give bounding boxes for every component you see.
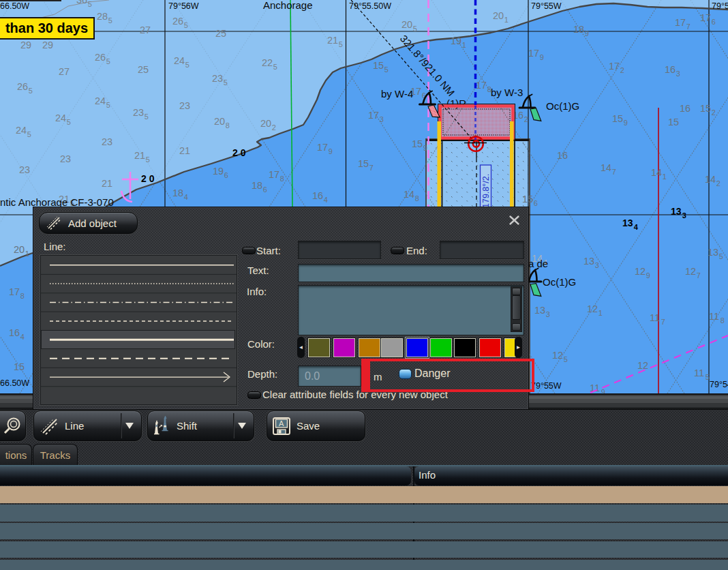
svg-text:17: 17 bbox=[476, 80, 487, 91]
svg-text:9: 9 bbox=[601, 388, 605, 394]
svg-text:3: 3 bbox=[546, 310, 550, 318]
svg-text:17: 17 bbox=[368, 110, 379, 121]
svg-text:1: 1 bbox=[504, 16, 509, 24]
svg-text:3: 3 bbox=[380, 115, 384, 123]
svg-text:8: 8 bbox=[226, 121, 230, 130]
svg-text:7: 7 bbox=[369, 164, 374, 172]
svg-text:24: 24 bbox=[174, 55, 185, 66]
svg-text:5: 5 bbox=[184, 21, 188, 29]
svg-text:5: 5 bbox=[384, 65, 389, 74]
svg-text:23: 23 bbox=[60, 153, 71, 164]
svg-text:17: 17 bbox=[269, 169, 279, 180]
svg-text:23: 23 bbox=[19, 164, 30, 175]
svg-text:5: 5 bbox=[27, 130, 31, 138]
svg-text:9: 9 bbox=[624, 119, 628, 127]
svg-text:by W-4: by W-4 bbox=[381, 88, 413, 100]
svg-text:Oc(1)G: Oc(1)G bbox=[546, 100, 579, 112]
svg-text:11: 11 bbox=[694, 368, 704, 378]
svg-text:15: 15 bbox=[14, 361, 25, 372]
svg-text:15: 15 bbox=[700, 103, 711, 114]
svg-text:8: 8 bbox=[415, 194, 419, 202]
svg-text:3: 3 bbox=[595, 261, 599, 269]
svg-text:6: 6 bbox=[224, 171, 228, 179]
svg-text:19: 19 bbox=[451, 35, 461, 46]
svg-text:12: 12 bbox=[587, 303, 598, 314]
svg-text:5: 5 bbox=[413, 25, 417, 33]
svg-text:17: 17 bbox=[700, 12, 711, 23]
svg-text:1: 1 bbox=[663, 172, 667, 181]
svg-text:5: 5 bbox=[146, 155, 150, 164]
svg-text:5: 5 bbox=[185, 61, 189, 69]
svg-text:21: 21 bbox=[134, 150, 145, 161]
svg-text:5: 5 bbox=[145, 112, 149, 121]
svg-text:8: 8 bbox=[20, 292, 25, 300]
svg-text:4: 4 bbox=[184, 193, 188, 201]
svg-text:by W-3: by W-3 bbox=[491, 87, 523, 98]
svg-text:79°56W: 79°56W bbox=[168, 1, 199, 11]
svg-text:5: 5 bbox=[108, 16, 112, 25]
svg-text:15: 15 bbox=[373, 60, 384, 71]
svg-text:1: 1 bbox=[598, 309, 603, 317]
svg-text:14: 14 bbox=[705, 174, 716, 185]
svg-text:14: 14 bbox=[601, 162, 611, 173]
svg-text:4: 4 bbox=[634, 223, 639, 231]
svg-text:20: 20 bbox=[493, 10, 504, 21]
svg-text:7: 7 bbox=[612, 168, 616, 176]
svg-text:17: 17 bbox=[9, 286, 20, 297]
svg-text:13: 13 bbox=[583, 256, 594, 267]
svg-text:28: 28 bbox=[97, 11, 108, 22]
svg-text:22: 22 bbox=[262, 57, 273, 68]
svg-text:12: 12 bbox=[552, 350, 563, 361]
svg-text:11: 11 bbox=[709, 311, 719, 322]
svg-text:5: 5 bbox=[719, 252, 723, 260]
svg-text:3: 3 bbox=[682, 211, 686, 220]
svg-text:18: 18 bbox=[252, 180, 262, 191]
svg-text:27: 27 bbox=[59, 66, 70, 77]
svg-text:5: 5 bbox=[224, 78, 228, 87]
svg-text:5: 5 bbox=[88, 0, 92, 8]
svg-text:18: 18 bbox=[573, 24, 584, 35]
svg-text:2: 2 bbox=[524, 115, 528, 123]
svg-text:4: 4 bbox=[20, 333, 25, 341]
svg-text:16: 16 bbox=[665, 64, 676, 75]
svg-text:17: 17 bbox=[528, 48, 539, 59]
svg-text:9: 9 bbox=[540, 53, 544, 61]
svg-text:17: 17 bbox=[317, 142, 328, 153]
svg-text:26: 26 bbox=[95, 52, 106, 63]
svg-text:8: 8 bbox=[280, 175, 284, 183]
svg-text:20: 20 bbox=[14, 244, 25, 255]
svg-text:13: 13 bbox=[534, 305, 545, 316]
svg-text:13: 13 bbox=[671, 206, 682, 217]
svg-text:9: 9 bbox=[329, 147, 333, 155]
svg-text:3: 3 bbox=[676, 70, 680, 78]
svg-text:5: 5 bbox=[106, 101, 110, 109]
svg-text:6: 6 bbox=[712, 18, 716, 26]
svg-text:2: 2 bbox=[716, 179, 721, 188]
svg-text:2: 2 bbox=[272, 123, 276, 132]
svg-text:23: 23 bbox=[133, 107, 144, 118]
svg-text:1: 1 bbox=[25, 250, 29, 258]
svg-text:Oc(1)G: Oc(1)G bbox=[543, 276, 576, 288]
svg-text:36: 36 bbox=[76, 0, 87, 5]
svg-text:5: 5 bbox=[273, 63, 277, 71]
svg-text:2 0: 2 0 bbox=[232, 147, 246, 158]
svg-text:7: 7 bbox=[686, 22, 691, 31]
svg-text:79°54.: 79°54. bbox=[712, 1, 728, 11]
svg-text:24: 24 bbox=[95, 95, 106, 106]
svg-text:20: 20 bbox=[401, 19, 412, 30]
svg-text:26: 26 bbox=[17, 81, 28, 92]
svg-text:16: 16 bbox=[9, 327, 20, 338]
svg-text:66.50W: 66.50W bbox=[0, 378, 29, 388]
svg-text:2: 2 bbox=[620, 66, 624, 74]
svg-text:5: 5 bbox=[339, 40, 343, 48]
svg-text:15: 15 bbox=[522, 194, 533, 205]
svg-text:Anchorage: Anchorage bbox=[263, 0, 313, 11]
svg-text:13: 13 bbox=[708, 247, 718, 258]
svg-text:66.50W: 66.50W bbox=[0, 1, 29, 11]
svg-text:A: A bbox=[279, 419, 284, 427]
svg-text:24: 24 bbox=[55, 112, 66, 123]
svg-text:29: 29 bbox=[20, 40, 31, 50]
svg-text:6: 6 bbox=[534, 199, 538, 207]
svg-text:17: 17 bbox=[609, 61, 620, 72]
svg-text:8: 8 bbox=[721, 316, 725, 325]
